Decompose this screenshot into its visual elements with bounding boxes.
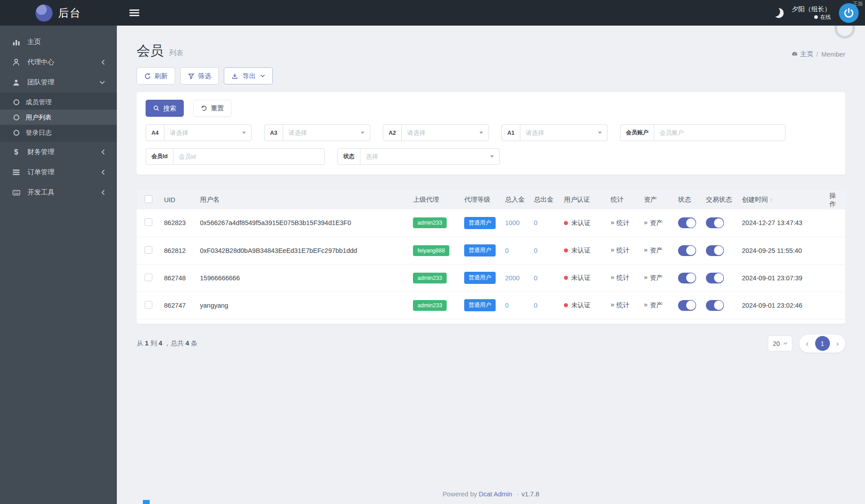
page-size-select[interactable]: 20 bbox=[768, 336, 792, 351]
sidebar-submenu-team: 成员管理 用户列表 登录日志 bbox=[0, 93, 117, 142]
sidebar-item-home[interactable]: 主页 bbox=[0, 32, 117, 52]
table-row: 862823 0x566267a4df8549f5a3915E075B3b15F… bbox=[137, 209, 846, 237]
a4-select[interactable]: 请选择 bbox=[164, 125, 251, 141]
filter-select-a2[interactable]: A2 请选择 bbox=[383, 124, 489, 141]
prev-page-button[interactable]: ‹ bbox=[804, 339, 810, 348]
table-row: 862747 yangyang admin233 普通用户 0 0 未认证 »统… bbox=[137, 292, 846, 319]
a2-select[interactable]: 请选择 bbox=[402, 125, 488, 141]
red-dot-icon bbox=[564, 221, 568, 225]
sidebar-item-login-log[interactable]: 登录日志 bbox=[0, 125, 117, 140]
select-all-checkbox[interactable] bbox=[145, 195, 152, 203]
parent-agent-badge: admin233 bbox=[413, 273, 447, 283]
caret-down-icon bbox=[490, 155, 494, 158]
filter-select-a1[interactable]: A1 请选择 bbox=[501, 124, 608, 141]
sidebar-item-orders[interactable]: 订单管理 bbox=[0, 162, 117, 182]
current-page-button[interactable]: 1 bbox=[815, 336, 830, 351]
stats-link[interactable]: »统计 bbox=[611, 219, 630, 227]
next-page-button[interactable]: › bbox=[834, 339, 841, 348]
status-toggle[interactable] bbox=[678, 300, 696, 311]
sidebar-item-team[interactable]: 团队管理 bbox=[0, 72, 117, 93]
chevron-down-icon bbox=[99, 80, 105, 84]
total-out-link[interactable]: 0 bbox=[534, 274, 537, 282]
total-in-link[interactable]: 2000 bbox=[505, 274, 519, 282]
filter-select-status[interactable]: 状态 选择 bbox=[337, 148, 500, 165]
page-subtitle: 列表 bbox=[169, 49, 183, 57]
circle-icon bbox=[13, 130, 19, 136]
stats-link[interactable]: »统计 bbox=[611, 274, 630, 282]
status-select[interactable]: 选择 bbox=[360, 149, 499, 164]
stats-link[interactable]: »统计 bbox=[611, 301, 630, 309]
sidebar-item-finance[interactable]: $ 财务管理 bbox=[0, 142, 117, 162]
breadcrumb-current: Member bbox=[821, 51, 845, 58]
row-checkbox[interactable] bbox=[145, 218, 152, 226]
trade-status-toggle[interactable] bbox=[706, 245, 724, 256]
filter-input-account: 会员账户 bbox=[620, 124, 785, 141]
dollar-icon: $ bbox=[12, 148, 21, 156]
user-menu[interactable]: 夕阳（组长） 在线 bbox=[792, 5, 831, 21]
sidebar-toggle-button[interactable] bbox=[129, 9, 139, 16]
page-title-block: 会员列表 bbox=[137, 42, 183, 60]
corner-widget bbox=[143, 500, 150, 504]
chevron-left-icon bbox=[101, 190, 105, 195]
main-content: 会员列表 主页 / Member 刷新 筛选 导出 bbox=[117, 26, 865, 504]
a1-select[interactable]: 请选择 bbox=[520, 125, 607, 141]
total-in-link[interactable]: 1000 bbox=[505, 219, 519, 226]
row-checkbox[interactable] bbox=[145, 301, 152, 309]
refresh-button[interactable]: 刷新 bbox=[137, 67, 175, 84]
filter-select-a4[interactable]: A4 请选择 bbox=[146, 124, 252, 141]
auth-status: 未认证 bbox=[564, 274, 591, 282]
sidebar-item-user-list[interactable]: 用户列表 bbox=[0, 110, 117, 125]
sidebar-item-agent-center[interactable]: 代理中心 bbox=[0, 52, 117, 72]
total-out-link[interactable]: 0 bbox=[534, 302, 537, 309]
reset-button[interactable]: 重置 bbox=[193, 100, 231, 117]
total-in-link[interactable]: 0 bbox=[505, 247, 509, 254]
online-dot-icon bbox=[814, 15, 818, 19]
status-toggle[interactable] bbox=[678, 217, 696, 228]
user-icon bbox=[12, 58, 21, 66]
row-checkbox[interactable] bbox=[145, 274, 152, 281]
assets-link[interactable]: »资产 bbox=[644, 274, 663, 282]
sidebar-item-member-management[interactable]: 成员管理 bbox=[0, 94, 117, 110]
assets-link[interactable]: »资产 bbox=[644, 246, 663, 255]
filter-select-a3[interactable]: A3 请选择 bbox=[264, 124, 370, 141]
row-checkbox[interactable] bbox=[145, 246, 152, 254]
team-icon bbox=[12, 79, 21, 86]
agent-level-badge: 普通用户 bbox=[464, 244, 496, 256]
member-id-input[interactable] bbox=[179, 153, 319, 160]
chevron-down-icon bbox=[783, 342, 788, 345]
trade-status-toggle[interactable] bbox=[706, 273, 724, 283]
status-toggle[interactable] bbox=[678, 245, 696, 256]
toolbar: 刷新 筛选 导出 bbox=[137, 67, 845, 84]
search-icon bbox=[153, 105, 160, 111]
power-icon bbox=[843, 7, 855, 19]
assets-link[interactable]: »资产 bbox=[644, 219, 663, 227]
sidebar-item-devtools[interactable]: 开发工具 bbox=[0, 182, 117, 203]
filter-button[interactable]: 筛选 bbox=[180, 67, 219, 84]
total-in-link[interactable]: 0 bbox=[505, 302, 509, 309]
caret-down-icon bbox=[242, 132, 246, 134]
auth-status: 未认证 bbox=[564, 219, 591, 227]
dcat-admin-link[interactable]: Dcat Admin bbox=[479, 491, 512, 498]
chevron-left-icon bbox=[101, 149, 105, 155]
top-navbar: 后台 夕阳（组长） 在线 正版 bbox=[0, 0, 865, 26]
total-out-link[interactable]: 0 bbox=[534, 219, 537, 226]
a3-select[interactable]: 请选择 bbox=[283, 125, 370, 141]
stats-link[interactable]: »统计 bbox=[611, 246, 630, 255]
assets-link[interactable]: »资产 bbox=[644, 301, 663, 309]
breadcrumb-separator: / bbox=[816, 51, 818, 58]
table-row: 862812 0xF0342B28d0bA9B34843EeEd31E7bEFc… bbox=[137, 237, 846, 264]
total-out-link[interactable]: 0 bbox=[534, 247, 537, 254]
brand[interactable]: 后台 bbox=[0, 0, 117, 26]
status-toggle[interactable] bbox=[678, 273, 696, 283]
auth-status: 未认证 bbox=[564, 246, 591, 255]
search-button[interactable]: 搜索 bbox=[146, 100, 184, 117]
dark-mode-toggle-icon[interactable] bbox=[773, 7, 785, 19]
pagination-summary: 从1到4，总共4条 bbox=[137, 339, 197, 348]
trade-status-toggle[interactable] bbox=[706, 217, 724, 228]
footer: Powered byDcat Admin·v1.7.8 bbox=[137, 491, 845, 498]
member-account-input[interactable] bbox=[660, 129, 780, 136]
breadcrumb-home-link[interactable]: 主页 bbox=[791, 50, 813, 58]
created-at-sort-header[interactable]: 创建时间↑ bbox=[738, 190, 823, 209]
trade-status-toggle[interactable] bbox=[706, 300, 724, 311]
export-button[interactable]: 导出 bbox=[224, 67, 273, 84]
